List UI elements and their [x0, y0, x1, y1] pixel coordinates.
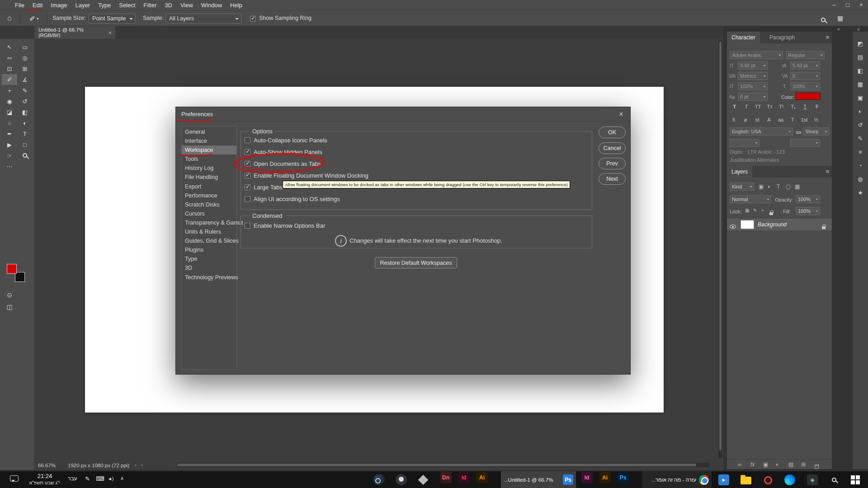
- lock-transparency-icon[interactable]: ▦: [745, 208, 749, 213]
- vertical-scale-field[interactable]: 100%: [738, 82, 768, 90]
- pen-tool[interactable]: ✒: [2, 128, 17, 139]
- touch-keyboard-icon[interactable]: ⌨: [96, 475, 104, 482]
- screen-mode-button[interactable]: ◫: [4, 302, 15, 312]
- checkbox[interactable]: [245, 223, 250, 229]
- link-layers-icon[interactable]: ∞: [738, 461, 742, 468]
- start-button[interactable]: [846, 474, 864, 486]
- layer-visibility-icon[interactable]: [730, 222, 736, 230]
- panel-icon[interactable]: ▤: [855, 52, 865, 62]
- menu-item[interactable]: View: [176, 0, 197, 11]
- crop-tool[interactable]: ⊡: [2, 63, 17, 74]
- search-icon[interactable]: [821, 16, 826, 24]
- prev-button[interactable]: Prev: [599, 158, 626, 169]
- object-selection-tool[interactable]: ◎: [17, 52, 33, 63]
- preferences-section-item[interactable]: File Handling: [182, 173, 236, 182]
- filter-shape-layers-icon[interactable]: ▢: [786, 183, 791, 190]
- baseline-shift-field[interactable]: 0 pt: [738, 93, 768, 101]
- layer-row-background[interactable]: Background: [727, 219, 832, 230]
- panel-icon[interactable]: ◩: [855, 39, 865, 49]
- gradient-tool[interactable]: ◧: [17, 107, 33, 117]
- adjustment-layer-icon[interactable]: ◐: [776, 461, 779, 468]
- dialog-close-icon[interactable]: ×: [616, 109, 627, 120]
- current-tool-eyedropper-icon[interactable]: ✐ ▾: [24, 13, 44, 24]
- edge-icon[interactable]: [781, 474, 799, 486]
- checkbox[interactable]: [245, 184, 250, 190]
- opentype-button[interactable]: ½: [810, 116, 822, 123]
- checkbox[interactable]: [245, 173, 250, 178]
- fill-field[interactable]: 100%: [796, 207, 820, 215]
- close-button[interactable]: ×: [854, 0, 868, 11]
- frame-tool[interactable]: ⊞: [17, 63, 33, 74]
- next-button[interactable]: Next: [599, 173, 626, 185]
- faux-italic-button[interactable]: T: [741, 103, 751, 110]
- ok-button[interactable]: OK: [599, 127, 626, 138]
- font-family-dropdown[interactable]: Adobe Arabic: [730, 51, 783, 59]
- quick-mask-button[interactable]: ⊙: [4, 290, 15, 300]
- ligature-dropdown[interactable]: [730, 139, 760, 147]
- panel-icon[interactable]: ▣: [855, 93, 865, 103]
- opera-icon[interactable]: [759, 474, 777, 486]
- checkbox[interactable]: [245, 137, 250, 143]
- home-icon[interactable]: ⌂: [7, 14, 12, 22]
- underline-button[interactable]: T: [800, 103, 810, 110]
- status-prev-icon[interactable]: ‹: [141, 462, 143, 468]
- menu-item[interactable]: Help: [226, 0, 246, 11]
- menu-item[interactable]: 3D: [160, 0, 176, 11]
- restore-default-workspaces-button[interactable]: Restore Default Workspaces: [375, 257, 457, 268]
- preferences-section-item[interactable]: Scratch Disks: [182, 200, 236, 209]
- shape-tool[interactable]: □: [17, 139, 33, 150]
- opentype-button[interactable]: 1st: [798, 116, 810, 123]
- panel-icon[interactable]: ★: [855, 188, 865, 198]
- small-caps-button[interactable]: Tᴛ: [765, 103, 774, 110]
- collapse-dock-icon[interactable]: «: [837, 26, 840, 32]
- panel-icon[interactable]: ◧: [855, 66, 865, 76]
- show-hidden-icons-caret[interactable]: ∧: [120, 475, 124, 481]
- maximize-button[interactable]: □: [841, 0, 854, 11]
- layer-effects-icon[interactable]: fx: [750, 461, 755, 468]
- preferences-section-item[interactable]: Transparency & Gamut: [182, 218, 236, 227]
- cancel-button[interactable]: Cancel: [599, 142, 626, 154]
- kerning-field[interactable]: Metrics: [738, 72, 768, 80]
- opentype-button[interactable]: aa: [775, 116, 787, 123]
- leading-field[interactable]: 5.43 pt: [790, 61, 820, 70]
- eyedropper-tool[interactable]: ✐: [2, 74, 17, 85]
- menu-item[interactable]: Edit: [28, 0, 47, 11]
- preferences-section-item[interactable]: Type: [182, 254, 236, 263]
- opentype-button[interactable]: st: [751, 116, 763, 123]
- brush-tool[interactable]: ✎: [17, 85, 33, 96]
- all-caps-button[interactable]: TT: [753, 103, 763, 110]
- edit-toolbar[interactable]: ⋯: [2, 161, 17, 172]
- preferences-section-item[interactable]: Cursors: [182, 209, 236, 218]
- panel-icon[interactable]: ◍: [855, 174, 865, 184]
- horizontal-scrollbar[interactable]: [176, 463, 710, 467]
- menu-item[interactable]: File: [11, 0, 28, 11]
- opentype-button[interactable]: T: [787, 116, 798, 123]
- path-selection-tool[interactable]: ▶: [2, 139, 17, 150]
- panel-icon[interactable]: ↺: [855, 120, 865, 130]
- panel-icon[interactable]: ◔: [855, 161, 865, 171]
- foreground-color-swatch[interactable]: [7, 264, 17, 274]
- sample-dropdown[interactable]: All Layers: [165, 14, 241, 23]
- tracking-field[interactable]: 0: [790, 72, 820, 80]
- preferences-section-item[interactable]: General: [182, 127, 236, 136]
- menu-item[interactable]: Filter: [139, 0, 160, 11]
- checkbox[interactable]: [245, 196, 250, 202]
- new-layer-icon[interactable]: ⊞: [801, 461, 806, 468]
- file-explorer-icon[interactable]: [737, 474, 755, 486]
- new-group-icon[interactable]: ▤: [788, 461, 793, 468]
- opentype-button[interactable]: A: [763, 116, 775, 123]
- strikethrough-button[interactable]: T: [812, 103, 821, 110]
- taskbar-search-icon[interactable]: [825, 474, 843, 486]
- movies-tv-icon[interactable]: ▶: [715, 474, 733, 486]
- panel-icon[interactable]: ≡: [855, 147, 865, 157]
- dialog-title-bar[interactable]: Preferences ×: [176, 107, 630, 122]
- panel-icon[interactable]: ◐: [855, 107, 865, 117]
- preferences-section-item[interactable]: Performance: [182, 191, 236, 200]
- font-style-dropdown[interactable]: Regular: [786, 51, 825, 59]
- move-tool[interactable]: ↖: [2, 42, 17, 52]
- action-center-icon[interactable]: [10, 475, 19, 482]
- ruler-tool[interactable]: ∡: [17, 74, 33, 85]
- preferences-section-item[interactable]: History Log: [182, 164, 236, 173]
- preferences-section-item[interactable]: Interface: [182, 136, 236, 145]
- preferences-section-item[interactable]: Units & Rulers: [182, 227, 236, 236]
